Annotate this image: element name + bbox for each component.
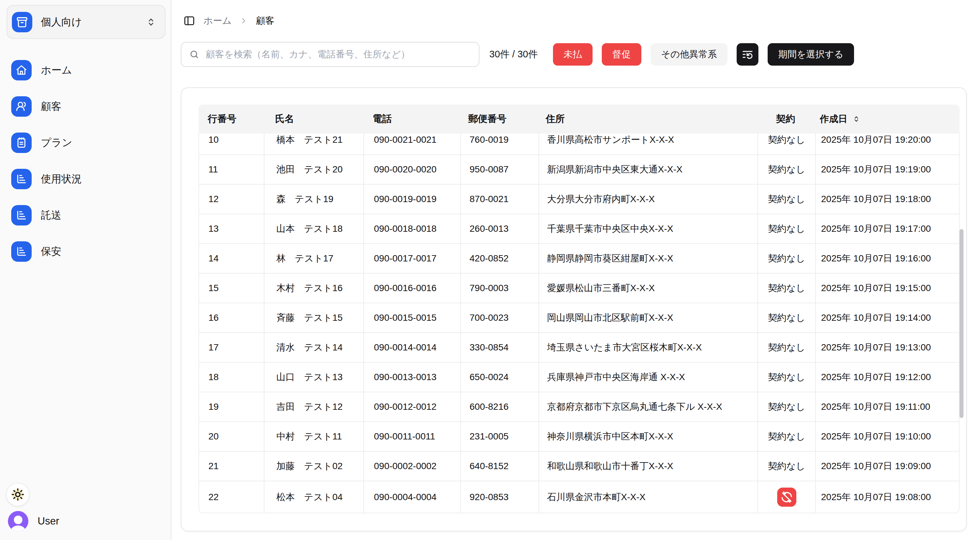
workspace-switcher[interactable]: 個人向け: [6, 5, 165, 39]
cell-postal-code: 600-8216: [460, 392, 538, 421]
reset-filters-button[interactable]: [737, 43, 759, 66]
cell-created-at: 2025年 10月07日 19:13:00: [815, 333, 959, 362]
sidebar-item-label: 使用状況: [41, 172, 82, 186]
table-row[interactable]: 17 清水 テスト14 090-0014-0014 330-0854 埼玉県さい…: [199, 333, 959, 363]
column-header-contract: 契約: [757, 113, 815, 125]
unpaid-filter-button[interactable]: 未払: [553, 43, 593, 66]
column-header-label: 行番号: [208, 113, 236, 125]
cell-address: 埼玉県さいたま市大宮区桜木町X-X-X: [538, 333, 757, 362]
table-row[interactable]: 11 池田 テスト20 090-0020-0020 950-0087 新潟県新潟…: [199, 155, 959, 184]
panel-left-icon[interactable]: [183, 14, 196, 27]
theme-toggle-button[interactable]: [6, 483, 30, 507]
cell-contract: 契約なし: [757, 303, 815, 332]
table-row[interactable]: 18 山口 テスト13 090-0013-0013 650-0024 兵庫県神戸…: [199, 363, 959, 392]
cell-postal-code: 260-0013: [460, 214, 538, 243]
table-row[interactable]: 12 森 テスト19 090-0019-0019 870-0021 大分県大分市…: [199, 184, 959, 214]
avatar: [8, 511, 29, 531]
cell-row-number: 18: [199, 363, 264, 392]
cell-name: 山本 テスト18: [264, 214, 363, 243]
search-input[interactable]: [205, 49, 471, 60]
select-period-button[interactable]: 期間を選択する: [768, 43, 854, 66]
cell-phone: 090-0020-0020: [363, 155, 460, 184]
sidebar-item-customers[interactable]: 顧客: [6, 88, 165, 125]
cell-row-number: 12: [199, 184, 264, 214]
table-row[interactable]: 20 中村 テスト11 090-0011-0011 231-0005 神奈川県横…: [199, 422, 959, 452]
cell-address: 新潟県新潟市中央区東大通X-X-X: [538, 155, 757, 184]
search-box: [181, 42, 479, 67]
cell-contract: 契約なし: [757, 392, 815, 421]
cell-phone: 090-0013-0013: [363, 363, 460, 392]
cell-contract: 契約なし: [757, 133, 815, 154]
column-header-postal-code: 郵便番号: [460, 113, 538, 125]
chevron-right-icon: [239, 16, 248, 25]
result-count: 30件 / 30件: [489, 48, 538, 61]
table-row[interactable]: 16 斉藤 テスト15 090-0015-0015 700-0023 岡山県岡山…: [199, 303, 959, 333]
column-header-label: 電話: [372, 113, 392, 125]
sidebar-item-plans[interactable]: プラン: [6, 125, 165, 161]
table-header-row: 行番号氏名電話郵便番号住所契約作成日: [199, 105, 959, 133]
refresh-off-icon: [777, 488, 796, 507]
cell-address: 和歌山県和歌山市十番丁X-X-X: [538, 452, 757, 481]
sidebar-nav: ホーム顧客プラン使用状況託送保安: [6, 52, 165, 270]
cell-name: 池田 テスト20: [264, 155, 363, 184]
cell-contract: 契約なし: [757, 184, 815, 214]
cell-created-at: 2025年 10月07日 19:16:00: [815, 244, 959, 273]
cell-postal-code: 920-0853: [460, 481, 538, 513]
cell-phone: 090-0014-0014: [363, 333, 460, 362]
cell-name: 森 テスト19: [264, 184, 363, 214]
chevrons-up-down-icon: [146, 17, 156, 27]
reminder-filter-button[interactable]: 督促: [602, 43, 641, 66]
vertical-scrollbar-thumb[interactable]: [959, 229, 964, 418]
breadcrumb-home[interactable]: ホーム: [204, 14, 231, 27]
cell-row-number: 15: [199, 274, 264, 303]
sidebar-item-transmission[interactable]: 託送: [6, 197, 165, 233]
workspace-label: 個人向け: [41, 15, 137, 29]
breadcrumb: ホーム 顧客: [183, 14, 274, 27]
cell-created-at: 2025年 10月07日 19:15:00: [815, 274, 959, 303]
table-row[interactable]: 10 橋本 テスト21 090-0021-0021 760-0019 香川県高松…: [199, 133, 959, 155]
table-row[interactable]: 22 松本 テスト04 090-0004-0004 920-0853 石川県金沢…: [199, 481, 959, 513]
table-row[interactable]: 21 加藤 テスト02 090-0002-0002 640-8152 和歌山県和…: [199, 452, 959, 481]
cell-postal-code: 870-0021: [460, 184, 538, 214]
table-row[interactable]: 14 林 テスト17 090-0017-0017 420-0852 静岡県静岡市…: [199, 244, 959, 274]
cell-name: 林 テスト17: [264, 244, 363, 273]
other-anomaly-filter-button[interactable]: その他異常系: [651, 43, 727, 66]
cell-name: 清水 テスト14: [264, 333, 363, 362]
column-header-created-at[interactable]: 作成日: [815, 113, 959, 125]
cell-address: 石川県金沢市本町X-X-X: [538, 481, 757, 513]
main-content: ホーム 顧客 30件 / 30件 未払 督促 その他異常系 期間を選択する 行番…: [172, 0, 980, 540]
cell-phone: 090-0015-0015: [363, 303, 460, 332]
sidebar-item-usage[interactable]: 使用状況: [6, 161, 165, 197]
table-row[interactable]: 19 吉田 テスト12 090-0012-0012 600-8216 京都府京都…: [199, 392, 959, 422]
users-icon: [11, 96, 32, 117]
column-header-row-number: 行番号: [199, 113, 263, 125]
table-row[interactable]: 13 山本 テスト18 090-0018-0018 260-0013 千葉県千葉…: [199, 214, 959, 244]
cell-postal-code: 640-8152: [460, 452, 538, 481]
sun-icon: [10, 487, 25, 502]
cell-contract: 契約なし: [757, 214, 815, 243]
cell-row-number: 22: [199, 481, 264, 513]
sidebar-item-security[interactable]: 保安: [6, 233, 165, 270]
sidebar-item-home[interactable]: ホーム: [6, 52, 165, 88]
user-menu[interactable]: User: [8, 511, 59, 531]
sidebar-item-label: ホーム: [41, 63, 72, 77]
column-header-label: 郵便番号: [468, 113, 506, 125]
cell-address: 愛媛県松山市三番町X-X-X: [538, 274, 757, 303]
column-header-label: 住所: [546, 113, 565, 125]
cell-address: 岡山県岡山市北区駅前町X-X-X: [538, 303, 757, 332]
cell-postal-code: 650-0024: [460, 363, 538, 392]
toolbar: 30件 / 30件 未払 督促 その他異常系 期間を選択する: [181, 41, 854, 67]
cell-postal-code: 950-0087: [460, 155, 538, 184]
sidebar: 個人向け ホーム顧客プラン使用状況託送保安 User: [0, 0, 172, 540]
cell-phone: 090-0018-0018: [363, 214, 460, 243]
column-header-phone: 電話: [363, 113, 460, 125]
cell-address: 神奈川県横浜市中区本町X-X-X: [538, 422, 757, 451]
cell-address: 京都府京都市下京区烏丸通七条下ル X-X-X: [538, 392, 757, 421]
cell-phone: 090-0016-0016: [363, 274, 460, 303]
customer-table-card: 行番号氏名電話郵便番号住所契約作成日 10 橋本 テスト21 090-0021-…: [181, 87, 967, 531]
cell-name: 中村 テスト11: [264, 422, 363, 451]
table-row[interactable]: 15 木村 テスト16 090-0016-0016 790-0003 愛媛県松山…: [199, 274, 959, 303]
sidebar-item-label: 保安: [41, 245, 61, 259]
cell-phone: 090-0019-0019: [363, 184, 460, 214]
list-restart-icon: [741, 48, 754, 60]
